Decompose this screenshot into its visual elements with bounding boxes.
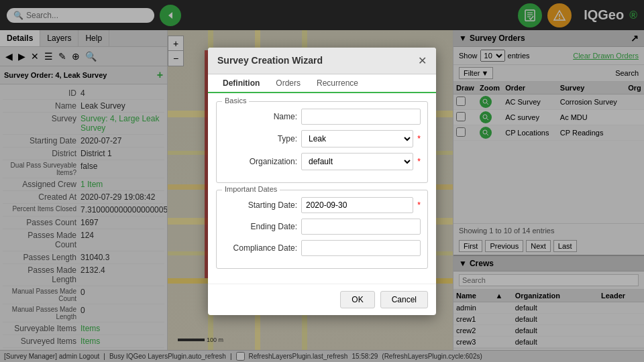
basics-title: Basics bbox=[222, 97, 249, 105]
modal-footer: OK Cancel bbox=[208, 284, 436, 315]
ending-date-label: Ending Date: bbox=[223, 222, 297, 231]
form-row-starting-date: Starting Date: * bbox=[223, 197, 421, 213]
modal-overlay: Survey Creation Wizard ✕ Definition Orde… bbox=[0, 0, 644, 362]
org-label: Organization: bbox=[223, 157, 297, 166]
important-dates-title: Important Dates bbox=[222, 185, 280, 193]
starting-date-required: * bbox=[417, 200, 421, 210]
form-row-org: Organization: default * bbox=[223, 153, 421, 170]
name-input[interactable] bbox=[301, 109, 421, 125]
modal-title: Survey Creation Wizard bbox=[217, 55, 323, 66]
modal-tab-recurrence[interactable]: Recurrence bbox=[309, 74, 366, 92]
type-required: * bbox=[417, 134, 421, 143]
starting-date-label: Starting Date: bbox=[223, 200, 297, 210]
modal-body: Basics Name: Type: Leak Corrosion CP * O… bbox=[208, 93, 436, 284]
ok-button[interactable]: OK bbox=[340, 291, 374, 308]
form-row-name: Name: bbox=[223, 109, 421, 125]
modal-tabs: Definition Orders Recurrence bbox=[208, 74, 436, 93]
form-row-type: Type: Leak Corrosion CP * bbox=[223, 130, 421, 147]
starting-date-input[interactable] bbox=[301, 197, 413, 213]
important-dates-section: Important Dates Starting Date: * Ending … bbox=[216, 190, 428, 269]
compliance-date-label: Compliance Date: bbox=[223, 243, 297, 253]
modal-tab-orders[interactable]: Orders bbox=[268, 74, 309, 92]
ending-date-input[interactable] bbox=[301, 219, 421, 235]
compliance-date-input[interactable] bbox=[301, 240, 421, 256]
form-row-compliance-date: Compliance Date: bbox=[223, 240, 421, 256]
name-label: Name: bbox=[223, 112, 297, 121]
modal: Survey Creation Wizard ✕ Definition Orde… bbox=[208, 48, 436, 315]
cancel-button[interactable]: Cancel bbox=[380, 291, 428, 308]
org-select[interactable]: default bbox=[301, 153, 413, 170]
modal-tab-definition[interactable]: Definition bbox=[215, 74, 268, 93]
modal-close-btn[interactable]: ✕ bbox=[418, 54, 427, 67]
type-select[interactable]: Leak Corrosion CP bbox=[301, 130, 413, 147]
basics-section: Basics Name: Type: Leak Corrosion CP * O… bbox=[216, 101, 428, 183]
modal-header: Survey Creation Wizard ✕ bbox=[208, 48, 436, 74]
form-row-ending-date: Ending Date: bbox=[223, 219, 421, 235]
org-required: * bbox=[417, 157, 421, 166]
type-label: Type: bbox=[223, 134, 297, 143]
